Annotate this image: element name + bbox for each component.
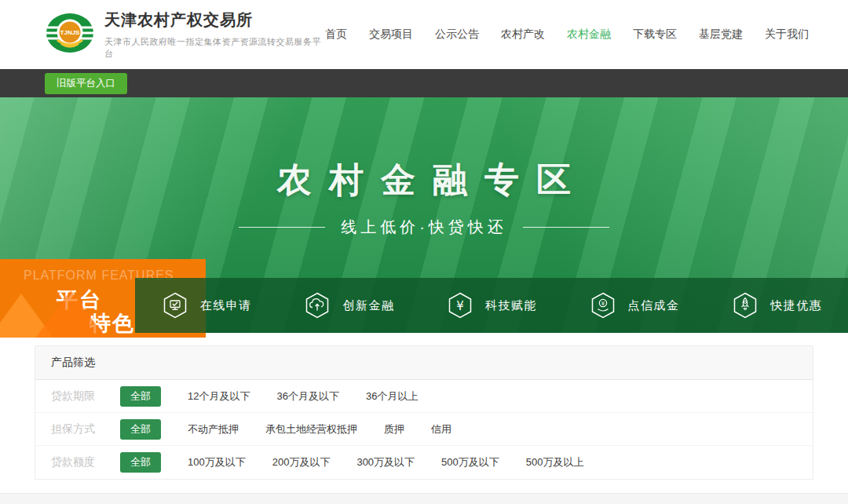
filter-option[interactable]: 100万及以下 bbox=[188, 455, 246, 469]
nav-item-about-us[interactable]: 关于我们 bbox=[765, 27, 809, 42]
nav-item-rural-finance[interactable]: 农村金融 bbox=[567, 27, 611, 42]
feature-label: 创新金融 bbox=[342, 298, 394, 313]
feature-label: 科技赋能 bbox=[485, 298, 537, 313]
filter-all-badge[interactable]: 全部 bbox=[120, 386, 161, 407]
site-subtitle: 天津市人民政府唯一指定集体资产资源流转交易服务平台 bbox=[104, 36, 325, 60]
ribbon-triangle-decoration bbox=[30, 290, 111, 338]
site-logo-icon: TJNJS bbox=[45, 12, 95, 57]
filter-all-badge[interactable]: 全部 bbox=[120, 452, 161, 473]
filter-option[interactable]: 500万及以下 bbox=[441, 455, 499, 469]
filter-option[interactable]: 500万及以上 bbox=[526, 455, 584, 469]
site-header: TJNJS 天津农村产权交易所 天津市人民政府唯一指定集体资产资源流转交易服务平… bbox=[0, 0, 848, 69]
feature-credit-to-gold[interactable]: ¥ 点信成金 bbox=[563, 278, 706, 333]
feature-label: 在线申请 bbox=[200, 298, 252, 313]
filter-options: 12个月及以下 36个月及以下 36个月以上 bbox=[188, 389, 418, 404]
main-nav: 首页 交易项目 公示公告 农村产改 农村金融 下载专区 基层党建 关于我们 bbox=[325, 27, 809, 42]
nav-item-rural-reform[interactable]: 农村产改 bbox=[501, 27, 545, 42]
filter-panel-title: 产品筛选 bbox=[35, 346, 813, 380]
hero-subtitle-row: 线上低价·快贷快还 bbox=[0, 217, 848, 238]
feature-label: 点信成金 bbox=[628, 298, 680, 313]
filter-option[interactable]: 信用 bbox=[431, 422, 451, 436]
feature-bar: 在线申请 创新金融 ¥ 科技赋能 ¥ 点信成 bbox=[135, 278, 848, 333]
hero-subtitle-line-right bbox=[523, 227, 609, 228]
nav-item-trade-projects[interactable]: 交易项目 bbox=[369, 27, 413, 42]
filter-row-guarantee-method: 担保方式 全部 不动产抵押 承包土地经营权抵押 质押 信用 bbox=[35, 413, 813, 446]
feature-innovative-finance[interactable]: 创新金融 bbox=[278, 278, 421, 333]
coin-hand-icon: ¥ bbox=[589, 291, 617, 320]
filter-option[interactable]: 质押 bbox=[384, 422, 404, 436]
monitor-check-icon bbox=[161, 291, 189, 320]
hero-banner: 农村金融专区 线上低价·快贷快还 PLATFORM FEATURES 平台 特色… bbox=[0, 97, 848, 333]
logo-text: TJNJS bbox=[60, 29, 81, 36]
brand-block: 天津农村产权交易所 天津市人民政府唯一指定集体资产资源流转交易服务平台 bbox=[104, 9, 325, 60]
filter-option[interactable]: 36个月以上 bbox=[366, 389, 418, 404]
feature-quick-discount[interactable]: 快捷优惠 bbox=[705, 278, 848, 333]
filter-row-loan-amount: 贷款额度 全部 100万及以下 200万及以下 300万及以下 500万及以下 … bbox=[35, 446, 813, 479]
feature-tech-empowerment[interactable]: ¥ 科技赋能 bbox=[420, 278, 563, 333]
filter-label: 贷款额度 bbox=[51, 455, 120, 469]
filter-label: 贷款期限 bbox=[51, 389, 120, 404]
filter-row-loan-term: 贷款期限 全部 12个月及以下 36个月及以下 36个月以上 bbox=[35, 380, 813, 413]
filter-option[interactable]: 不动产抵押 bbox=[188, 422, 239, 436]
hero-subtitle: 线上低价·快贷快还 bbox=[341, 217, 507, 238]
cloud-upload-icon bbox=[303, 291, 331, 320]
filter-option[interactable]: 12个月及以下 bbox=[188, 389, 250, 404]
filter-option[interactable]: 36个月及以下 bbox=[276, 389, 338, 404]
hero-title: 农村金融专区 bbox=[0, 157, 848, 203]
filter-options: 不动产抵押 承包土地经营权抵押 质押 信用 bbox=[188, 422, 451, 436]
feature-online-apply[interactable]: 在线申请 bbox=[135, 278, 278, 333]
filter-option[interactable]: 承包土地经营权抵押 bbox=[265, 422, 357, 436]
footer-strip bbox=[0, 493, 848, 504]
nav-item-public-notice[interactable]: 公示公告 bbox=[435, 27, 479, 42]
hero-subtitle-line-left bbox=[239, 227, 325, 228]
product-filter-panel: 产品筛选 贷款期限 全部 12个月及以下 36个月及以下 36个月以上 担保方式… bbox=[35, 345, 813, 480]
svg-text:¥: ¥ bbox=[456, 299, 464, 313]
nav-item-party-building[interactable]: 基层党建 bbox=[699, 27, 743, 42]
main-content: 产品筛选 贷款期限 全部 12个月及以下 36个月及以下 36个月以上 担保方式… bbox=[0, 333, 848, 480]
yen-icon: ¥ bbox=[446, 291, 474, 320]
old-platform-entry-button[interactable]: 旧版平台入口 bbox=[45, 73, 127, 94]
rocket-icon bbox=[731, 291, 759, 320]
filter-label: 担保方式 bbox=[51, 422, 120, 436]
site-title: 天津农村产权交易所 bbox=[104, 9, 325, 31]
secondary-topbar: 旧版平台入口 bbox=[0, 69, 848, 97]
svg-text:¥: ¥ bbox=[601, 301, 605, 307]
filter-all-badge[interactable]: 全部 bbox=[120, 419, 161, 440]
filter-option[interactable]: 200万及以下 bbox=[272, 455, 331, 469]
filter-option[interactable]: 300万及以下 bbox=[356, 455, 415, 469]
filter-options: 100万及以下 200万及以下 300万及以下 500万及以下 500万及以上 bbox=[188, 455, 584, 469]
nav-item-downloads[interactable]: 下载专区 bbox=[633, 27, 677, 42]
nav-item-home[interactable]: 首页 bbox=[325, 27, 347, 42]
feature-label: 快捷优惠 bbox=[770, 298, 822, 313]
